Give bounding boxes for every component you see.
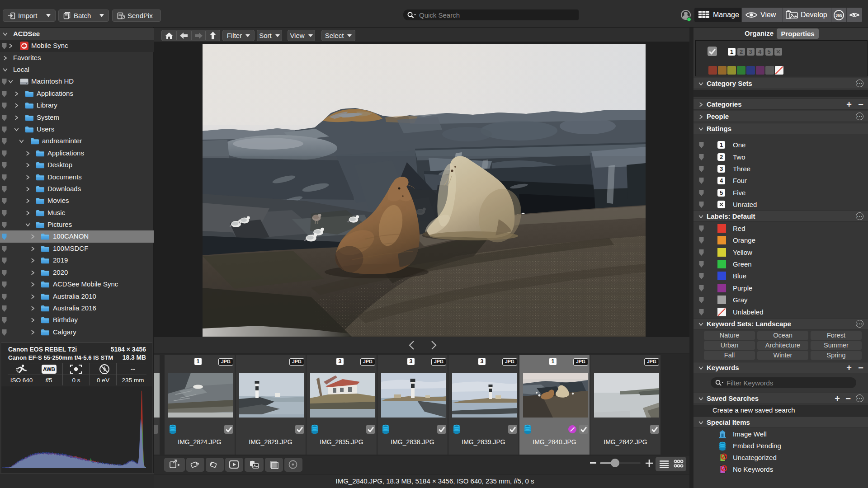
svg-text:365: 365 [835,13,842,18]
